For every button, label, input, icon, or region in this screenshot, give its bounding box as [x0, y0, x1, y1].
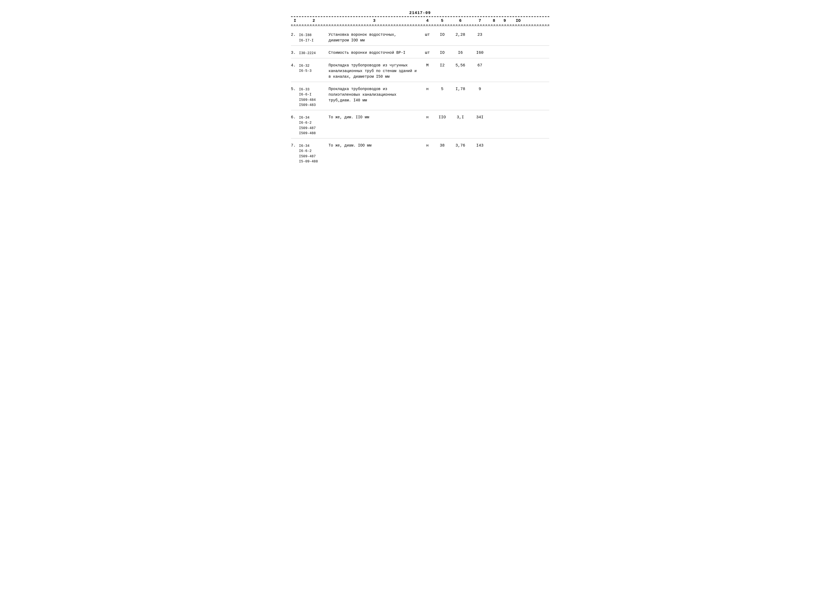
- row-code: I6-34 I6-6-2 I509-487 I509-488: [299, 114, 329, 136]
- row-number: 4.: [291, 63, 299, 68]
- row-code: I6-I88 I6-I7-I: [299, 32, 329, 43]
- row-total: I43: [471, 143, 489, 148]
- row-col9: [499, 63, 510, 63]
- row-qty: IO: [435, 32, 450, 37]
- table-body: 2.I6-I88 I6-I7-IУстановка воронок водост…: [291, 28, 549, 166]
- row-col9: [499, 32, 510, 32]
- row-col8: [489, 114, 499, 115]
- row-col10: [510, 50, 526, 51]
- row-unit: н: [420, 143, 435, 148]
- header-bottom-dashed-line-2: [291, 26, 549, 26]
- row-col8: [489, 50, 499, 51]
- row-code: I6-32 I6-5-3: [299, 63, 329, 74]
- row-total: 67: [471, 63, 489, 68]
- row-price: 3,76: [450, 143, 471, 148]
- row-col8: [489, 143, 499, 143]
- col-header-3: 3: [329, 19, 420, 23]
- table-row: 2.I6-I88 I6-I7-IУстановка воронок водост…: [291, 28, 549, 45]
- row-separator: [291, 110, 549, 110]
- row-col8: [489, 32, 499, 32]
- table-row: 7.I6-34 I6-6-2 I509-487 I5-09-488То же, …: [291, 139, 549, 166]
- row-description: Прокладка трубопроводов из полиэтиленовы…: [329, 86, 420, 103]
- row-unit: н: [420, 86, 435, 91]
- col-header-6: 6: [450, 19, 471, 23]
- row-description: То же, диам. IOO мм: [329, 143, 420, 148]
- table-row: 5.I6-33 I6-6-I I509-484 I509-483Прокладк…: [291, 82, 549, 109]
- col-header-1: I: [291, 19, 299, 23]
- row-price: I,78: [450, 86, 471, 91]
- doc-number: 21417-09: [291, 11, 549, 15]
- table-row: 3.I30-2224Стоимость воронки водосточной …: [291, 46, 549, 57]
- row-separator: [291, 45, 549, 46]
- row-price: 5,56: [450, 63, 471, 68]
- row-price: 3,I: [450, 114, 471, 120]
- table-row: 6.I6-34 I6-6-2 I509-487 I509-488То же, д…: [291, 111, 549, 138]
- row-description: То же, дим. IIO мм: [329, 114, 420, 120]
- row-total: 9: [471, 86, 489, 91]
- row-unit: шт: [420, 32, 435, 37]
- row-total: 34I: [471, 114, 489, 120]
- row-description: Установка воронок водосточных, диаметром…: [329, 32, 420, 43]
- row-col9: [499, 114, 510, 115]
- table-row: 4.I6-32 I6-5-3Прокладка трубопроводов из…: [291, 59, 549, 81]
- row-col10: [510, 63, 526, 63]
- row-col10: [510, 86, 526, 87]
- row-col9: [499, 50, 510, 51]
- row-qty: 5: [435, 86, 450, 91]
- row-qty: IIO: [435, 114, 450, 120]
- row-col8: [489, 63, 499, 63]
- column-headers: I 2 3 4 5 6 7 8 9 IO: [291, 18, 549, 24]
- row-separator: [291, 82, 549, 82]
- row-number: 6.: [291, 114, 299, 120]
- row-qty: I2: [435, 63, 450, 68]
- row-qty: 38: [435, 143, 450, 148]
- row-total: 23: [471, 32, 489, 37]
- col-header-2: 2: [299, 19, 329, 23]
- col-header-4: 4: [420, 19, 435, 23]
- col-header-5: 5: [435, 19, 450, 23]
- row-col9: [499, 143, 510, 143]
- header-bottom-dashed-line: [291, 25, 549, 25]
- col-header-10: IO: [510, 19, 526, 23]
- row-qty: IO: [435, 50, 450, 55]
- row-col9: [499, 86, 510, 87]
- row-description: Стоимость воронки водосточной ВР-I: [329, 50, 420, 56]
- row-unit: н: [420, 114, 435, 120]
- row-description: Прокладка трубопроводов из чугунных кана…: [329, 63, 420, 79]
- col-header-7: 7: [471, 19, 489, 23]
- row-total: I60: [471, 50, 489, 55]
- row-unit: шт: [420, 50, 435, 55]
- col-header-8: 8: [489, 19, 499, 23]
- row-col10: [510, 143, 526, 143]
- row-number: 3.: [291, 50, 299, 55]
- row-number: 2.: [291, 32, 299, 37]
- row-col8: [489, 86, 499, 87]
- row-code: I30-2224: [299, 50, 329, 56]
- page-container: 21417-09 I 2 3 4 5 6 7 8 9 IO 2.I6-I88 I…: [291, 11, 549, 166]
- row-code: I6-33 I6-6-I I509-484 I509-483: [299, 86, 329, 108]
- row-col10: [510, 32, 526, 32]
- row-col10: [510, 114, 526, 115]
- row-unit: М: [420, 63, 435, 68]
- top-dashed-line: [291, 16, 549, 17]
- row-number: 7.: [291, 143, 299, 148]
- row-price: 2,28: [450, 32, 471, 37]
- row-price: I6: [450, 50, 471, 55]
- row-number: 5.: [291, 86, 299, 91]
- row-code: I6-34 I6-6-2 I509-487 I5-09-488: [299, 143, 329, 164]
- col-header-9: 9: [499, 19, 510, 23]
